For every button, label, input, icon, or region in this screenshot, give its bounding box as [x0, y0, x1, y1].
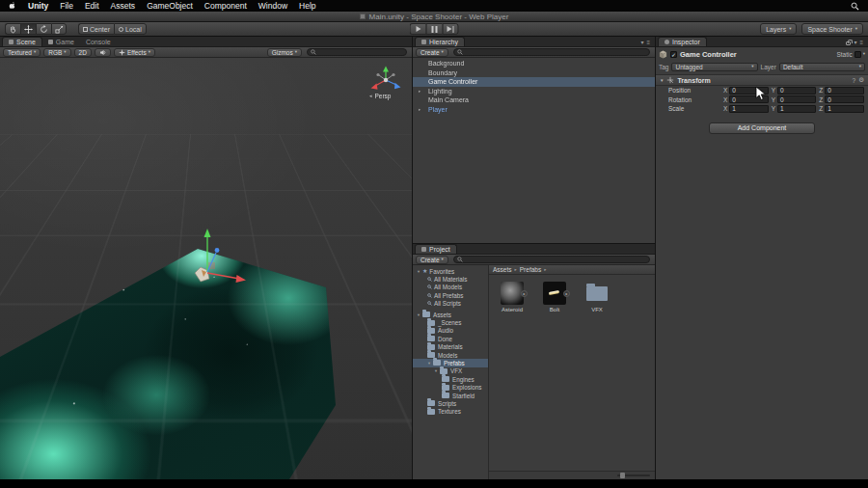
rotation-y-field[interactable]: 0	[777, 95, 816, 103]
tab-scene[interactable]: Scene	[2, 37, 42, 46]
tab-console[interactable]: Console	[80, 37, 117, 46]
tree-folder-done[interactable]: Done	[413, 335, 488, 342]
layout-dropdown[interactable]: Space Shooter▾	[801, 23, 863, 35]
position-y-field[interactable]: 0	[777, 87, 816, 95]
fold-open-icon[interactable]: ▼	[417, 312, 420, 317]
hierarchy-create-button[interactable]: Create▾	[416, 48, 448, 57]
asset-vfx-folder[interactable]: VFX	[582, 282, 612, 312]
thumbnail-size-slider[interactable]	[617, 474, 650, 476]
transform-component-header[interactable]: ▼ Transform ? ⚙	[656, 75, 868, 86]
orientation-gizmo[interactable]	[365, 64, 407, 93]
gizmos-dropdown[interactable]: Gizmos▾	[267, 48, 302, 57]
project-search-input[interactable]	[465, 257, 646, 263]
tag-dropdown[interactable]: Untagged▾	[671, 63, 757, 71]
tree-all-scripts[interactable]: All Scripts	[413, 300, 488, 308]
slider-knob[interactable]	[620, 473, 625, 478]
prefab-expand-icon[interactable]: ▸	[563, 290, 570, 297]
menu-window[interactable]: Window	[258, 0, 287, 12]
position-z-field[interactable]: 0	[825, 87, 864, 95]
hierarchy-item-background[interactable]: Background	[413, 59, 655, 68]
rotate-tool-button[interactable]	[36, 23, 51, 35]
tree-folder-materials[interactable]: Materials	[413, 343, 488, 351]
rotation-z-field[interactable]: 0	[825, 95, 864, 103]
move-tool-button[interactable]	[20, 23, 36, 35]
pan-tool-button[interactable]	[5, 23, 20, 35]
tree-favorites[interactable]: ▼★Favorites	[413, 267, 488, 275]
tree-folder-textures[interactable]: Textures	[413, 408, 488, 416]
hierarchy-item-game-controller[interactable]: Game Controller	[413, 77, 655, 87]
prefab-expand-icon[interactable]: ▸	[521, 290, 528, 297]
tree-all-models[interactable]: All Models	[413, 284, 488, 291]
scene-search-field[interactable]	[307, 48, 407, 56]
menu-component[interactable]: Component	[204, 0, 247, 12]
layers-dropdown[interactable]: Layers▾	[760, 23, 797, 35]
tree-folder-vfx[interactable]: ▼VFX	[413, 367, 488, 375]
menu-file[interactable]: File	[60, 0, 73, 12]
panel-dropdown-icon[interactable]: ▾	[854, 39, 856, 45]
fold-open-icon[interactable]: ▼	[434, 368, 438, 373]
lock-icon[interactable]	[846, 41, 851, 45]
menu-assets[interactable]: Assets	[111, 0, 136, 12]
2d-toggle-button[interactable]: 2D	[74, 48, 92, 57]
play-button[interactable]	[410, 23, 426, 35]
pause-button[interactable]	[426, 23, 443, 35]
persp-toggle[interactable]: ◄ Persp	[368, 93, 391, 99]
position-x-field[interactable]: 0	[729, 87, 768, 95]
breadcrumb-assets[interactable]: Assets	[493, 266, 512, 273]
menu-edit[interactable]: Edit	[85, 0, 99, 12]
project-search-field[interactable]	[453, 256, 650, 263]
menu-gameobject[interactable]: GameObject	[147, 0, 193, 12]
tab-game[interactable]: Game	[42, 37, 80, 46]
pivot-rotation-button[interactable]: Local	[114, 23, 147, 35]
tree-assets-root[interactable]: ▼Assets	[413, 311, 488, 318]
scene-viewport[interactable]: ◄ Persp	[0, 58, 412, 479]
hierarchy-item-boundary[interactable]: Boundary	[413, 68, 655, 78]
panel-dropdown-icon[interactable]: ▾	[640, 39, 643, 45]
layer-dropdown[interactable]: Default▾	[779, 63, 865, 71]
tree-folder-starfield[interactable]: Starfield	[413, 392, 488, 399]
menu-unity[interactable]: Unity	[28, 0, 48, 12]
effects-dropdown[interactable]: Effects▾	[114, 48, 155, 57]
asset-bolt[interactable]: ▸ Bolt	[539, 282, 570, 312]
hierarchy-item-lighting[interactable]: ▸Lighting	[413, 87, 655, 96]
static-dropdown-icon[interactable]: ▾	[863, 52, 865, 57]
tree-folder-explosions[interactable]: Explosions	[413, 383, 488, 391]
hierarchy-search-input[interactable]	[465, 49, 646, 56]
tree-folder-models[interactable]: Models	[413, 351, 488, 359]
tree-all-prefabs[interactable]: All Prefabs	[413, 291, 488, 299]
step-button[interactable]	[443, 23, 459, 35]
render-mode-dropdown[interactable]: Textured▾	[3, 48, 41, 57]
scene-search-input[interactable]	[318, 49, 403, 56]
breadcrumb-prefabs[interactable]: Prefabs	[520, 266, 541, 273]
static-checkbox[interactable]	[854, 51, 861, 58]
tab-project[interactable]: Project	[415, 244, 457, 254]
hierarchy-item-main-camera[interactable]: Main Camera	[413, 95, 655, 105]
scale-tool-button[interactable]	[51, 23, 67, 35]
tree-folder-scenes[interactable]: _Scenes	[413, 318, 488, 326]
tab-inspector[interactable]: Inspector	[658, 37, 707, 46]
add-component-button[interactable]: Add Component	[709, 122, 815, 134]
expand-arrow-icon[interactable]: ▸	[419, 107, 420, 112]
apple-logo-icon[interactable]	[9, 1, 16, 11]
tree-folder-scripts[interactable]: Scripts	[413, 399, 488, 407]
spotlight-search-icon[interactable]	[851, 2, 859, 11]
gameobject-name-field[interactable]: Game Controller	[680, 50, 737, 59]
hierarchy-search-field[interactable]	[453, 48, 650, 56]
help-icon[interactable]: ?	[853, 77, 856, 84]
translate-gizmo[interactable]	[162, 217, 258, 292]
tree-folder-audio[interactable]: Audio	[413, 327, 488, 335]
expand-arrow-icon[interactable]: ▸	[419, 89, 420, 94]
hierarchy-item-player[interactable]: ▸Player	[413, 105, 655, 115]
pivot-mode-button[interactable]: Center	[78, 23, 114, 35]
tree-all-materials[interactable]: All Materials	[413, 275, 488, 283]
active-checkbox[interactable]: ✓	[670, 51, 677, 58]
scale-y-field[interactable]: 1	[777, 105, 816, 113]
gear-icon[interactable]: ⚙	[858, 76, 864, 84]
tree-folder-engines[interactable]: Engines	[413, 375, 488, 383]
project-create-button[interactable]: Create▾	[416, 256, 448, 264]
fold-open-icon[interactable]: ▼	[417, 269, 420, 274]
tree-folder-prefabs[interactable]: ▼Prefabs	[413, 359, 488, 366]
panel-menu-icon[interactable]: ≡	[646, 40, 650, 45]
panel-menu-icon[interactable]: ≡	[859, 40, 863, 45]
render-channels-dropdown[interactable]: RGB▾	[43, 48, 70, 57]
